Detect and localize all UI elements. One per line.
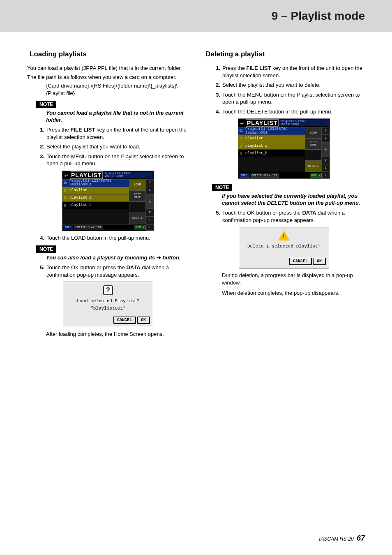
dialog-text: Delete 1 selected playlist? xyxy=(239,242,329,256)
step-body: Select the playlist that you want to loa… xyxy=(46,143,189,150)
figure-playlist-delete: ↵ PLAYLIST Project01-12345▾Session001 ⧉ … xyxy=(203,118,365,179)
note-body-2: You can also load a playlist by touching… xyxy=(46,254,189,261)
step-body: Touch the LOAD button in the pull-up men… xyxy=(46,234,189,242)
after-delete-2: When deletion completes, the pop-up disa… xyxy=(222,289,365,297)
arrow-right-icon: ➜ xyxy=(157,254,161,261)
step-num: 3 xyxy=(213,91,220,106)
dialog-text: Load selected Playlist? xyxy=(63,297,153,305)
step-body: Touch the MENU button on the Playlist se… xyxy=(222,91,365,106)
note-label: NOTE xyxy=(212,184,232,191)
step-num: 2 xyxy=(37,143,44,150)
list-item: ▯playlist xyxy=(238,135,305,142)
scroll-down-icon: ▼ xyxy=(146,209,154,216)
list-item: ▯playlist_a xyxy=(62,194,129,202)
page-number: 67 xyxy=(357,534,365,542)
list-item: ▯playlist xyxy=(62,187,129,194)
step-num: 2 xyxy=(213,81,220,89)
intro-p2: The file path is as follows when you vie… xyxy=(27,74,189,81)
scroll-top-icon: ⤒ xyxy=(322,127,330,135)
step-5: 5 Touch the OK button or press the DATA … xyxy=(213,209,365,224)
edit-name-button: EDIT NAME xyxy=(305,139,321,150)
after-delete-1: During deletion, a progress bar is displ… xyxy=(222,272,365,286)
list-item: ▯playlist_b xyxy=(238,150,305,157)
scroll-thumb: ◆ xyxy=(146,194,154,209)
scroll-bottom-icon: ⤓ xyxy=(146,224,154,231)
steps-1-3: 1 Press the FILE LIST key on the front o… xyxy=(37,126,189,167)
step-body: Touch the DELETE button in the pull-up m… xyxy=(222,108,365,116)
figure-load-dialog: ? Load selected Playlist? "playlist001" … xyxy=(27,282,189,327)
file-icon: ▯ xyxy=(240,136,244,141)
file-path: {Card drive name}:\{HS Files}\{folder na… xyxy=(46,82,189,97)
screen-title: PLAYLIST xyxy=(70,171,103,179)
confirm-dialog: ! Delete 1 selected playlist? CANCEL OK xyxy=(239,227,329,268)
delete-button: DELETE xyxy=(305,161,321,172)
step-body: Touch the OK button or press the DATA di… xyxy=(46,264,189,278)
step-body: Touch the OK button or press the DATA di… xyxy=(222,209,365,224)
cancel-button: CANCEL xyxy=(289,258,311,265)
step-num: 5 xyxy=(37,264,44,278)
step-num: 4 xyxy=(213,108,220,116)
file-icon: ▯ xyxy=(64,203,69,208)
session-row: ⧉ Project01-123456789Session001 xyxy=(238,127,305,135)
info-button: INFO xyxy=(239,173,249,178)
scroll-bottom-icon: ⤓ xyxy=(322,172,330,178)
scroll-bottom-icon: ⤓ xyxy=(322,164,330,172)
ok-button: OK xyxy=(313,258,325,265)
step-body: Select the playlist that you want to del… xyxy=(222,81,365,89)
heading-deleting: Deleting a playlist xyxy=(205,50,365,58)
back-arrow-icon: ↵ xyxy=(62,171,70,179)
scroll-up-icon: ▲ xyxy=(146,187,154,194)
load-button: LOAD xyxy=(305,127,321,139)
step-num: 3 xyxy=(37,153,44,167)
steps-1-4: 1 Press the FILE LIST key on the front o… xyxy=(213,65,365,115)
step-5: 5 Touch the OK button or press the DATA … xyxy=(37,264,189,278)
list-item: ▯playlist_a xyxy=(238,142,305,150)
load-button: LOAD xyxy=(129,180,145,191)
breadcrumb: Project01-12345▾Session001 xyxy=(279,120,329,126)
file-icon: ▯ xyxy=(64,195,69,200)
step-body: Touch the MENU button on the Playlist se… xyxy=(46,153,189,167)
note-label: NOTE xyxy=(36,101,56,108)
figure-delete-dialog: ! Delete 1 selected playlist? CANCEL OK xyxy=(203,227,365,268)
edit-name-button: EDIT NAME xyxy=(129,191,145,202)
info-button: INFO xyxy=(63,225,73,230)
session-row: ⧉ Project01-123456789Session001 xyxy=(62,180,129,187)
delete-button: DELETE xyxy=(129,213,145,224)
step-num: 1 xyxy=(213,65,220,79)
step-body: Press the FILE LIST key on the front of … xyxy=(222,65,365,79)
note-label: NOTE xyxy=(36,245,56,253)
scroll-up-icon: ▲ xyxy=(322,135,330,142)
scroll-bottom-icon: ⤓ xyxy=(146,217,154,224)
scroll-thumb: ◆ xyxy=(322,143,330,157)
step-num: 1 xyxy=(37,126,44,141)
step-num: 4 xyxy=(37,234,44,242)
file-icon: ▯ xyxy=(240,143,244,148)
create-playlist-button: CREATE PLAYLIST xyxy=(74,225,103,230)
session-icon: ⧉ xyxy=(240,129,244,133)
file-icon: ▯ xyxy=(240,151,244,156)
warning-icon: ! xyxy=(279,231,289,240)
screen-title: PLAYLIST xyxy=(246,119,279,127)
cancel-button: CANCEL xyxy=(113,317,136,324)
note-body-1: You cannot load a playlist file that is … xyxy=(46,110,189,124)
after-load-text: After loading completes, the Home Screen… xyxy=(46,331,189,338)
note-body: If you have selected the currently loade… xyxy=(222,193,365,207)
page-footer: TASCAM HS-20 67 xyxy=(318,534,365,543)
left-column: Loading playlists You can load a playlis… xyxy=(27,50,189,340)
step-body: Press the FILE LIST key on the front of … xyxy=(46,126,189,141)
confirm-dialog: ? Load selected Playlist? "playlist001" … xyxy=(63,282,153,327)
heading-loading: Loading playlists xyxy=(30,50,189,58)
chapter-title: 9 – Playlist mode xyxy=(272,9,365,23)
right-column: Deleting a playlist 1 Press the FILE LIS… xyxy=(203,50,365,340)
ok-button: OK xyxy=(137,317,150,324)
product-name: TASCAM HS-20 xyxy=(318,536,353,542)
back-arrow-icon: ↵ xyxy=(238,119,246,127)
question-icon: ? xyxy=(103,285,113,295)
chapter-header: 9 – Playlist mode xyxy=(0,0,392,32)
create-playlist-button: CREATE PLAYLIST xyxy=(250,173,279,178)
file-icon: ▯ xyxy=(64,188,69,193)
intro-p1: You can load a playlist (JPPA PPL file) … xyxy=(27,65,189,72)
list-item: ▯playlist_b xyxy=(62,202,129,209)
step-num: 5 xyxy=(213,209,220,224)
rule xyxy=(203,61,365,61)
